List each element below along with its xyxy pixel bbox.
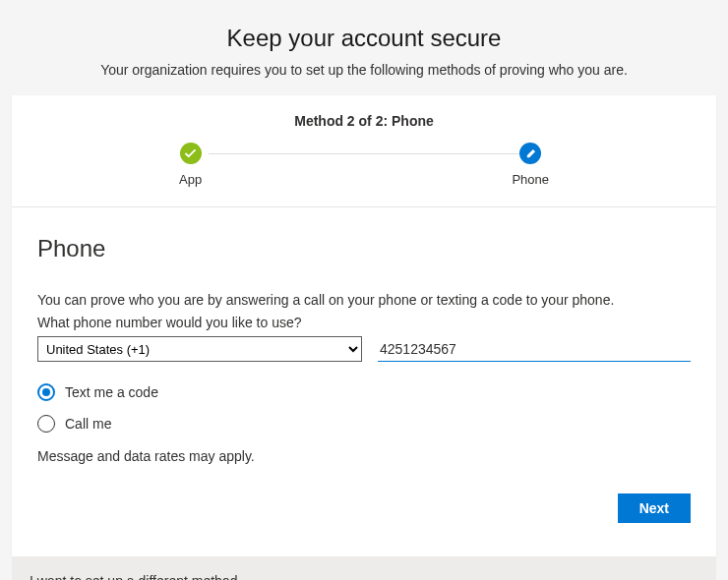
page-title: Keep your account secure [20,25,708,52]
page-root: Keep your account secure Your organizati… [0,0,728,580]
radio-text-me[interactable]: Text me a code [37,383,691,401]
progress-title: Method 2 of 2: Phone [41,113,687,129]
next-button[interactable]: Next [618,493,691,523]
content-section: Phone You can prove who you are by answe… [12,207,716,556]
country-select[interactable]: United States (+1) [37,336,362,362]
header: Keep your account secure Your organizati… [0,0,728,95]
pencil-icon [519,143,541,164]
phone-input[interactable] [378,336,691,362]
radio-icon [37,383,55,401]
contact-method-radio-group: Text me a code Call me [37,383,691,433]
inputs-row: United States (+1) [37,336,691,362]
radio-icon [37,415,55,433]
progress-section: Method 2 of 2: Phone App Phone [12,95,716,207]
progress-steps: App Phone [41,143,687,187]
fine-print: Message and data rates may apply. [37,448,691,464]
section-title: Phone [37,235,691,262]
question-text: What phone number would you like to use? [37,315,691,330]
different-method-link[interactable]: I want to set up a different method [30,573,237,580]
step-phone: Phone [512,143,549,187]
page-subtitle: Your organization requires you to set up… [20,62,708,78]
progress-line [209,153,519,154]
radio-label: Call me [65,416,111,432]
radio-label: Text me a code [65,384,158,400]
radio-call-me[interactable]: Call me [37,415,691,433]
instruction-text: You can prove who you are by answering a… [37,290,691,311]
checkmark-icon [180,143,202,164]
actions-row: Next [37,493,691,537]
step-label: App [179,172,202,187]
card: Method 2 of 2: Phone App Phone [12,95,716,556]
step-label: Phone [512,172,549,187]
footer: I want to set up a different method [12,556,716,580]
step-app: App [179,143,202,187]
